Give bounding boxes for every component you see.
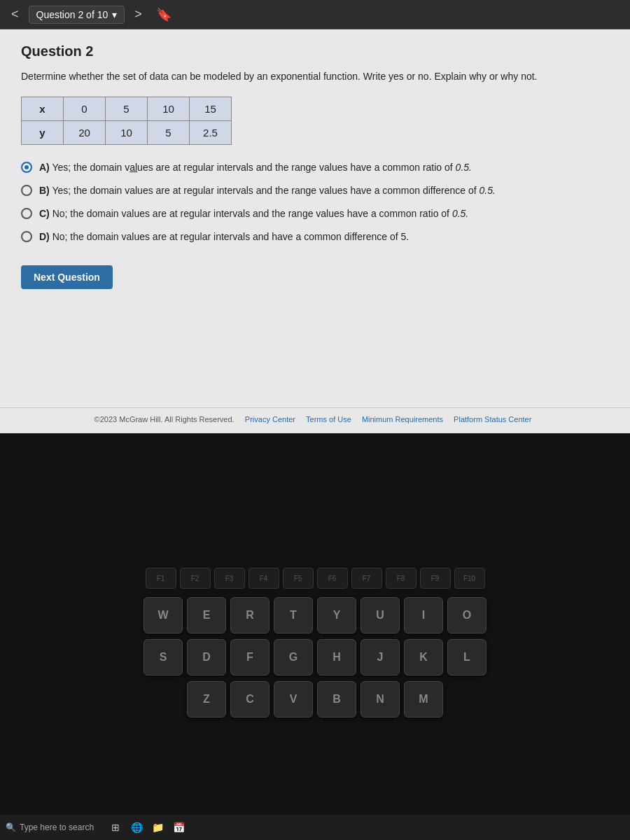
taskbar-search-area[interactable]: 🔍 Type here to search	[6, 822, 94, 832]
key-o[interactable]: O	[447, 597, 486, 634]
page-footer: ©2023 McGraw Hill. All Rights Reserved. …	[0, 407, 630, 433]
radio-b[interactable]	[21, 185, 32, 196]
table-row-y: y 20 10 5 2.5	[22, 121, 232, 145]
key-s[interactable]: S	[144, 639, 183, 676]
key-t[interactable]: T	[274, 597, 313, 634]
key-f3[interactable]: F3	[214, 568, 245, 589]
taskbar-icons-group: ⊞ 🌐 📁 📅	[108, 820, 186, 835]
answer-choices-container: A) Yes; the domain values are at regular…	[21, 160, 609, 244]
table-cell-x-5: 5	[106, 97, 148, 121]
top-navigation-bar: < Question 2 of 10 ▾ > 🔖	[0, 0, 630, 29]
key-m[interactable]: M	[404, 681, 443, 718]
answer-choice-d[interactable]: D) No; the domain values are at regular …	[21, 230, 609, 244]
radio-d[interactable]	[21, 231, 32, 242]
taskbar-grid-icon[interactable]: ⊞	[108, 820, 123, 835]
main-content-area: Question 2 Determine whether the set of …	[0, 29, 630, 407]
bookmark-icon[interactable]: 🔖	[156, 7, 172, 22]
key-j[interactable]: J	[360, 639, 400, 676]
key-f1[interactable]: F1	[146, 568, 176, 589]
table-cell-y-10: 10	[106, 121, 148, 145]
key-f10[interactable]: F10	[454, 568, 485, 589]
table-cell-y-5: 5	[148, 121, 190, 145]
taskbar-search-label: Type here to search	[20, 822, 94, 832]
key-f9[interactable]: F9	[420, 568, 451, 589]
terms-of-use-link[interactable]: Terms of Use	[306, 415, 351, 424]
radio-c[interactable]	[21, 208, 32, 219]
key-h[interactable]: H	[317, 639, 356, 676]
answer-choice-b[interactable]: B) Yes; the domain values are at regular…	[21, 183, 609, 198]
key-z[interactable]: Z	[187, 681, 226, 718]
keyboard-row-qwerty: W E R T Y U I O	[144, 597, 486, 634]
key-v[interactable]: V	[274, 681, 313, 718]
key-y[interactable]: Y	[317, 597, 356, 634]
key-f5[interactable]: F5	[283, 568, 314, 589]
chevron-down-icon: ▾	[112, 9, 117, 20]
data-table: x 0 5 10 15 y 20 10 5 2.5	[21, 97, 232, 145]
key-r[interactable]: R	[230, 597, 270, 634]
nav-back-button[interactable]: <	[7, 4, 23, 24]
table-row-x: x 0 5 10 15	[22, 97, 232, 121]
radio-a[interactable]	[21, 162, 32, 173]
table-cell-x-label: x	[22, 97, 64, 121]
key-g[interactable]: G	[274, 639, 313, 676]
answer-choice-a[interactable]: A) Yes; the domain values are at regular…	[21, 160, 609, 175]
table-cell-x-10: 10	[148, 97, 190, 121]
answer-choice-c[interactable]: C) No; the domain values are at regular …	[21, 206, 609, 221]
table-cell-y-label: y	[22, 121, 64, 145]
nav-forward-button[interactable]: >	[130, 4, 146, 24]
answer-text-b: B) Yes; the domain values are at regular…	[39, 183, 496, 198]
key-d[interactable]: D	[187, 639, 226, 676]
table-cell-x-15: 15	[190, 97, 232, 121]
search-icon: 🔍	[6, 822, 16, 832]
minimum-requirements-link[interactable]: Minimum Requirements	[362, 415, 443, 424]
keyboard-area: F1 F2 F3 F4 F5 F6 F7 F8 F9 F10 W E R T Y…	[0, 433, 630, 840]
key-f6[interactable]: F6	[317, 568, 348, 589]
answer-text-a: A) Yes; the domain values are at regular…	[39, 160, 472, 175]
key-c[interactable]: C	[230, 681, 270, 718]
key-i[interactable]: I	[404, 597, 443, 634]
taskbar-calendar-icon[interactable]: 📅	[171, 820, 186, 835]
keyboard-row-asdf: S D F G H J K L	[144, 639, 486, 676]
key-f7[interactable]: F7	[351, 568, 382, 589]
question-prompt: Determine whether the set of data can be…	[21, 69, 609, 84]
key-n[interactable]: N	[360, 681, 400, 718]
key-u[interactable]: U	[360, 597, 400, 634]
windows-taskbar: 🔍 Type here to search ⊞ 🌐 📁 📅	[0, 815, 630, 840]
key-k[interactable]: K	[404, 639, 443, 676]
platform-status-link[interactable]: Platform Status Center	[454, 415, 531, 424]
answer-text-d: D) No; the domain values are at regular …	[39, 230, 409, 244]
key-f2[interactable]: F2	[180, 568, 211, 589]
privacy-center-link[interactable]: Privacy Center	[245, 415, 295, 424]
key-e[interactable]: E	[187, 597, 226, 634]
table-cell-y-20: 20	[64, 121, 106, 145]
key-w[interactable]: W	[144, 597, 183, 634]
key-f[interactable]: F	[230, 639, 270, 676]
question-selector-dropdown[interactable]: Question 2 of 10 ▾	[29, 6, 125, 24]
copyright-text: ©2023 McGraw Hill. All Rights Reserved.	[94, 415, 234, 424]
taskbar-browser-icon[interactable]: 🌐	[129, 820, 144, 835]
table-cell-x-0: 0	[64, 97, 106, 121]
next-question-button[interactable]: Next Question	[21, 265, 113, 289]
key-f4[interactable]: F4	[248, 568, 279, 589]
keyboard-row-zxcv: Z C V B N M	[187, 681, 443, 718]
key-l[interactable]: L	[447, 639, 486, 676]
question-title: Question 2	[21, 43, 609, 59]
table-cell-y-2.5: 2.5	[190, 121, 232, 145]
key-f8[interactable]: F8	[386, 568, 416, 589]
answer-text-c: C) No; the domain values are at regular …	[39, 206, 468, 221]
question-selector-label: Question 2 of 10	[36, 9, 108, 20]
taskbar-folder-icon[interactable]: 📁	[150, 820, 165, 835]
fn-key-row: F1 F2 F3 F4 F5 F6 F7 F8 F9 F10	[146, 568, 485, 589]
key-b[interactable]: B	[317, 681, 356, 718]
